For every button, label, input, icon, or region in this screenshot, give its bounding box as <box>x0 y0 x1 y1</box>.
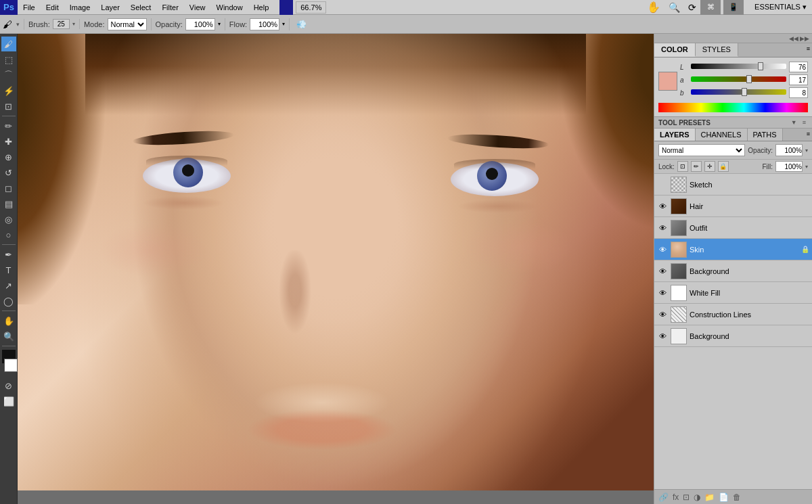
eyedropper-tool[interactable]: ✏ <box>1 118 16 133</box>
gradient-tool[interactable]: ▤ <box>1 196 16 211</box>
layer-item[interactable]: 👁Background <box>654 260 812 282</box>
delete-layer-btn[interactable]: 🗑 <box>733 492 741 502</box>
layer-visibility-toggle[interactable]: 👁 <box>657 266 668 277</box>
tab-styles[interactable]: STYLES <box>696 43 738 57</box>
new-group-btn[interactable]: 📁 <box>704 492 715 502</box>
menu-view[interactable]: View <box>184 2 211 13</box>
color-spectrum[interactable] <box>658 103 808 112</box>
brush-size-arrow[interactable]: ▾ <box>72 21 75 27</box>
a-slider[interactable] <box>691 76 786 83</box>
menu-image[interactable]: Image <box>64 2 96 13</box>
menu-select[interactable]: Select <box>125 2 157 13</box>
brush-preview[interactable]: 25 <box>53 19 70 29</box>
tab-paths[interactable]: PATHS <box>748 129 783 141</box>
tool-presets-menu-btn[interactable]: ≡ <box>800 118 808 127</box>
menu-window[interactable]: Window <box>211 2 248 13</box>
tab-channels[interactable]: CHANNELS <box>696 129 748 141</box>
layer-item[interactable]: 👁Hair <box>654 196 812 217</box>
hand-tool[interactable]: ✋ <box>1 313 16 328</box>
layer-item[interactable]: 👁Outfit <box>654 217 812 239</box>
path-tool[interactable]: ↗ <box>1 278 16 293</box>
workspace-zoom[interactable]: 66.7% <box>296 1 326 14</box>
background-color[interactable] <box>4 359 18 372</box>
quick-mask-tool[interactable]: ⊘ <box>1 378 16 393</box>
opacity-arrow[interactable]: ▾ <box>218 21 221 27</box>
tool-presets-expand-btn[interactable]: ▼ <box>789 118 799 127</box>
menu-file[interactable]: File <box>18 2 41 13</box>
text-tool[interactable]: T <box>1 262 16 277</box>
adjustment-layer-btn[interactable]: ◑ <box>694 492 700 502</box>
layer-item[interactable]: Sketch <box>654 174 812 196</box>
device-preview-btn[interactable]: 📱 <box>723 0 744 15</box>
tab-layers[interactable]: LAYERS <box>654 129 696 141</box>
fill-input[interactable] <box>775 161 803 172</box>
essentials-button[interactable]: ESSENTIALS ▾ <box>749 1 812 13</box>
L-value-input[interactable] <box>789 62 808 72</box>
lock-all-btn[interactable]: 🔒 <box>718 161 729 172</box>
brush-tool[interactable]: 🖌 <box>1 37 16 51</box>
L-slider[interactable] <box>691 64 786 70</box>
fill-arrow[interactable]: ▾ <box>805 164 808 170</box>
layer-mask-btn[interactable]: ⊡ <box>683 492 690 502</box>
layer-item[interactable]: 👁Construction Lines <box>654 304 812 325</box>
b-value-input[interactable] <box>789 87 808 98</box>
rotate-tool-btn[interactable]: ⟳ <box>684 2 700 13</box>
crop-tool[interactable]: ⊡ <box>1 99 16 114</box>
blend-mode-select[interactable]: Normal Multiply Screen Overlay <box>658 144 745 156</box>
magic-wand-tool[interactable]: ⚡ <box>1 83 16 98</box>
healing-tool[interactable]: ✚ <box>1 134 16 149</box>
tab-color[interactable]: COLOR <box>654 43 696 57</box>
menu-edit[interactable]: Edit <box>41 2 64 13</box>
blur-tool[interactable]: ◎ <box>1 212 16 227</box>
shape-tool[interactable]: ◯ <box>1 294 16 308</box>
save-web-btn[interactable]: ⌘ <box>700 0 721 15</box>
layer-item[interactable]: 👁Background <box>654 325 812 347</box>
layers-panel-menu-btn[interactable]: ≡ <box>805 129 812 141</box>
link-layers-btn[interactable]: 🔗 <box>658 492 669 502</box>
lock-image-btn[interactable]: ✏ <box>691 161 702 172</box>
screen-mode-tool[interactable]: ⬜ <box>1 394 16 409</box>
zoom-tool-btn[interactable]: 🔍 <box>664 2 684 13</box>
zoom-tool[interactable]: 🔍 <box>1 329 16 344</box>
opacity-input[interactable] <box>185 18 215 30</box>
airbrush-btn[interactable]: 💨 <box>296 20 307 29</box>
pen-tool[interactable]: ✒ <box>1 247 16 262</box>
hand-tool-btn[interactable]: ✋ <box>643 1 664 14</box>
brush-arrow[interactable]: ▾ <box>16 21 20 28</box>
b-slider[interactable] <box>691 89 786 96</box>
collapse-left-btn[interactable]: ◀◀ <box>789 35 798 42</box>
menu-help[interactable]: Help <box>248 2 275 13</box>
menu-layer[interactable]: Layer <box>95 2 125 13</box>
layer-item[interactable]: 👁Skin🔒 <box>654 239 812 260</box>
collapse-right-btn[interactable]: ▶▶ <box>800 35 809 42</box>
clone-tool[interactable]: ⊕ <box>1 150 16 164</box>
layer-visibility-toggle[interactable]: 👁 <box>657 223 668 233</box>
layer-visibility-toggle[interactable]: 👁 <box>657 331 668 342</box>
a-value-input[interactable] <box>789 74 808 85</box>
layer-visibility-toggle[interactable]: 👁 <box>657 288 668 298</box>
dodge-tool[interactable]: ○ <box>1 227 16 242</box>
lock-transparent-btn[interactable]: ⊡ <box>677 161 688 172</box>
lasso-tool[interactable]: ⌒ <box>1 68 16 83</box>
lock-position-btn[interactable]: ✛ <box>704 161 715 172</box>
color-swatch[interactable] <box>658 72 677 91</box>
selection-tool[interactable]: ⬚ <box>1 52 16 67</box>
layer-visibility-toggle[interactable]: 👁 <box>657 244 668 255</box>
flow-arrow[interactable]: ▾ <box>282 21 285 27</box>
menu-filter[interactable]: Filter <box>156 2 183 13</box>
flow-input[interactable] <box>250 18 279 30</box>
opacity-arrow[interactable]: ▾ <box>805 147 808 154</box>
layer-style-btn[interactable]: fx <box>673 492 679 502</box>
layer-item[interactable]: 👁White Fill <box>654 282 812 304</box>
color-panel-menu-btn[interactable]: ≡ <box>805 43 812 57</box>
opacity-input[interactable] <box>775 144 803 156</box>
history-brush-tool[interactable]: ↺ <box>1 165 16 180</box>
layer-visibility-toggle[interactable] <box>657 179 668 190</box>
new-layer-btn[interactable]: 📄 <box>719 492 729 502</box>
eraser-tool[interactable]: ◻ <box>1 181 16 196</box>
brush-icon: 🖌 <box>3 19 12 30</box>
layer-visibility-toggle[interactable]: 👁 <box>657 309 668 320</box>
mode-dropdown[interactable]: Normal <box>108 18 147 30</box>
canvas-area[interactable] <box>18 34 654 504</box>
layer-visibility-toggle[interactable]: 👁 <box>657 201 668 212</box>
